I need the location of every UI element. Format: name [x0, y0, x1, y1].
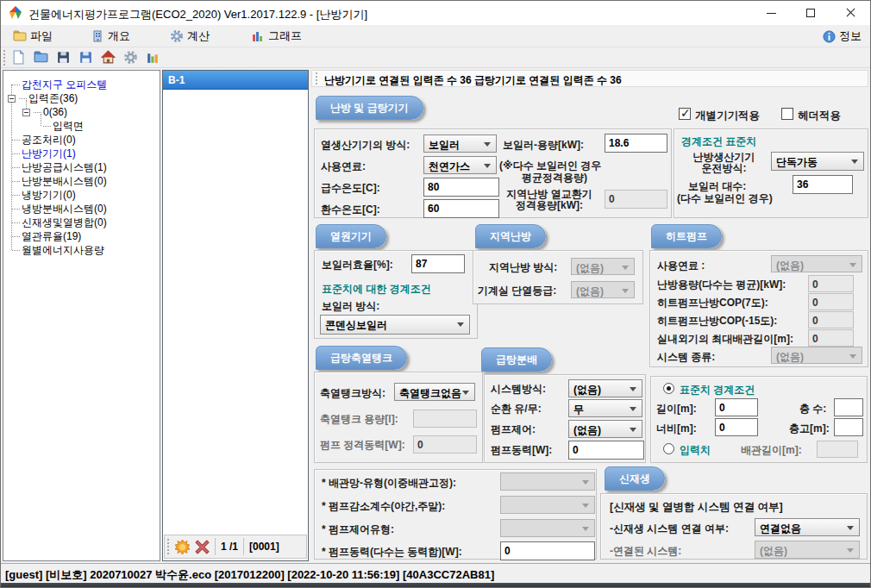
- device-list-panel: B-1 1 /1 [0001]: [162, 70, 309, 561]
- return-temp-input[interactable]: 60: [423, 199, 499, 218]
- tree-item-cooling-device[interactable]: 냉방기기(0): [12, 188, 76, 202]
- hp-cop-15-input: 0: [808, 311, 854, 328]
- toolbar-grip: [3, 50, 6, 66]
- heat-pump-groupbox: 사용연료 : (없음) 난방용량(다수는 평균)[kW]: 0 히트펌프난방CO…: [649, 250, 868, 367]
- pump-power-sum-input[interactable]: 0: [500, 541, 595, 560]
- floors-input[interactable]: [834, 398, 863, 416]
- machine-room-grade-label: 기계실 단열등급:: [478, 284, 556, 298]
- toolbar: [1, 47, 870, 68]
- tree-item-project[interactable]: 갑천지구 오피스텔: [12, 78, 107, 91]
- radio-input-value[interactable]: [663, 443, 674, 454]
- boiler-capacity-input[interactable]: 18.6: [605, 134, 667, 153]
- boiler-count-input[interactable]: 36: [793, 175, 853, 194]
- renewable-connection-label: -신재생 시스템 연결 여부:: [610, 522, 729, 536]
- tab-dhw-storage-tank: 급탕축열탱크: [316, 346, 407, 370]
- maximize-button[interactable]: [791, 1, 830, 25]
- boundary-standard-title: 경계조건 표준치: [681, 134, 756, 149]
- home-button[interactable]: [101, 50, 116, 66]
- tank-volume-input: [413, 410, 477, 428]
- menubar: 파일 개요 계산 그래프 정보: [1, 25, 870, 47]
- tree-item-input-face[interactable]: 입력면: [43, 119, 84, 133]
- minimize-button[interactable]: [751, 1, 791, 25]
- close-button[interactable]: [830, 1, 870, 25]
- tree-item-heating-dist[interactable]: 난방분배시스템(0): [12, 174, 107, 188]
- settings-button[interactable]: [123, 50, 139, 66]
- dhw-system-select[interactable]: (없음): [568, 379, 642, 397]
- tree-expander-input-zone[interactable]: [8, 95, 16, 103]
- tree-item-air-handling[interactable]: 공조처리(0): [12, 133, 76, 147]
- boiler-efficiency-input[interactable]: 87: [411, 254, 465, 273]
- tab-heat-source: 열원기기: [316, 224, 386, 248]
- menu-file[interactable]: 파일: [13, 28, 53, 45]
- tree-item-monthly-energy[interactable]: 월별에너지사용량: [12, 243, 104, 257]
- pipe-length-label: 배관길이[m]:: [741, 443, 802, 458]
- tab-renewable: 신재생: [605, 466, 665, 491]
- titlebar: 건물에너지평가프로그램(ECO2_2020) Ver1.2017.122.9 -…: [1, 1, 870, 25]
- gen-method-select[interactable]: 보일러: [423, 134, 497, 153]
- operation-mode-select[interactable]: 단독가동: [771, 152, 864, 171]
- tree-item-heating-device[interactable]: 난방기기(1): [12, 147, 76, 160]
- hp-cop7-input: 0: [808, 293, 854, 310]
- hp-capacity-input: 0: [808, 275, 854, 292]
- dhw-circulation-label: 순환 유/무:: [491, 402, 542, 416]
- width-input[interactable]: 0: [715, 418, 758, 436]
- starburst-icon[interactable]: [175, 540, 190, 554]
- dhw-pump-control-label: 펌프제어:: [491, 422, 536, 437]
- tab-dhw-distribution: 급탕분배: [481, 347, 552, 372]
- length-label: 길이[m]:: [656, 402, 697, 416]
- bar-chart-icon: [146, 50, 160, 65]
- menu-info[interactable]: 정보: [823, 28, 862, 45]
- width-label: 너비[m]:: [656, 422, 697, 436]
- device-list-selected-item[interactable]: B-1: [163, 71, 308, 90]
- supply-temp-label: 급수온도[C]:: [321, 181, 380, 196]
- supply-temp-input[interactable]: 80: [423, 178, 499, 197]
- radio-standard-boundary[interactable]: [663, 383, 674, 394]
- renewable-groupbox: [신재생 및 열병합 시스템 연결 여부] -신재생 시스템 연결 여부: 연결…: [600, 493, 868, 560]
- checkbox-header-apply[interactable]: [781, 108, 793, 120]
- pipe-network-groupbox: * 배관망-유형(이중배관고정): * 펌프감소계수(야간,주말): * 펌프제…: [314, 469, 597, 560]
- menu-graph[interactable]: 그래프: [251, 28, 302, 45]
- tree-item-zone-0[interactable]: 0(36): [34, 105, 67, 119]
- tank-method-select[interactable]: 축열탱크없음: [394, 383, 475, 401]
- boiler-count-note: (다수 보일러인 경우): [677, 191, 773, 206]
- menu-calc[interactable]: 계산: [170, 28, 210, 45]
- tree-expander-zone-0[interactable]: [22, 109, 30, 116]
- checkbox-individual-device[interactable]: [679, 108, 691, 120]
- save-icon: [56, 50, 71, 65]
- save-as-icon: [78, 50, 93, 65]
- gear-icon: [170, 29, 184, 43]
- save-as-button[interactable]: [78, 50, 94, 66]
- maximize-icon: [806, 9, 815, 17]
- new-file-button[interactable]: [11, 50, 27, 66]
- menu-overview[interactable]: 개요: [91, 28, 130, 45]
- save-button[interactable]: [56, 50, 72, 66]
- floors-label: 층 수:: [799, 402, 826, 416]
- pump-reduction-select: [500, 496, 595, 514]
- renewable-connection-select[interactable]: 연결없음: [755, 518, 860, 536]
- tree-item-input-zone[interactable]: 입력존(36): [19, 91, 78, 105]
- hp-capacity-label: 난방용량(다수는 평균)[kW]:: [657, 278, 786, 292]
- delete-x-icon[interactable]: [195, 540, 210, 554]
- fuel-select[interactable]: 천연가스: [423, 156, 497, 174]
- connected-system-select: (없음): [755, 541, 860, 559]
- tree-item-cooling-dist[interactable]: 냉방분배시스템(0): [12, 202, 107, 216]
- chart-button[interactable]: [146, 50, 161, 66]
- tree-item-u-value[interactable]: 열관류율(19): [12, 229, 81, 243]
- district-method-select: (없음): [571, 258, 635, 275]
- pump-control-type-label: * 펌프제어유형:: [322, 522, 394, 537]
- length-input[interactable]: 0: [715, 398, 758, 416]
- folder-icon: [13, 29, 27, 43]
- district-method-label: 지역난방 방식:: [489, 260, 557, 275]
- open-file-button[interactable]: [34, 50, 49, 66]
- tank-pump-power-label: 펌프 정격동력[W]:: [320, 438, 405, 453]
- boiler-type-select[interactable]: 콘덴싱보일러: [320, 315, 470, 335]
- tree-item-heating-supply[interactable]: 난방공급시스템(1): [12, 160, 107, 174]
- gear-icon: [123, 50, 138, 65]
- building-icon: [91, 29, 104, 43]
- dhw-circulation-select[interactable]: 무: [568, 399, 642, 417]
- dhw-pump-control-select[interactable]: (없음): [568, 420, 642, 438]
- tree-item-renewable[interactable]: 신재생및열병합(0): [12, 216, 107, 229]
- district-hx-label-2: 정격용량[kW]:: [499, 198, 599, 213]
- floor-height-input[interactable]: [834, 418, 863, 436]
- dhw-pump-power-input[interactable]: 0: [568, 441, 644, 460]
